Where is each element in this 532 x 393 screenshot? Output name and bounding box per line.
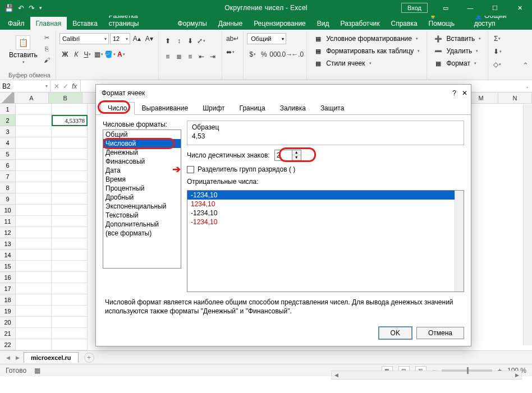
tab-formulas[interactable]: Формулы (172, 17, 213, 30)
row-header[interactable]: 12 (0, 227, 16, 238)
row-header[interactable]: 9 (0, 193, 16, 205)
cell[interactable] (52, 149, 88, 160)
decrease-font-icon[interactable]: A▾ (144, 33, 155, 44)
row-header[interactable]: 19 (0, 306, 16, 317)
row-header[interactable]: 4 (0, 137, 16, 149)
row-header[interactable]: 18 (0, 294, 16, 306)
dlg-tab-number[interactable]: Число (100, 102, 135, 115)
maximize-icon[interactable]: ☐ (483, 0, 507, 16)
cell[interactable] (16, 205, 52, 216)
row-header[interactable]: 13 (0, 238, 16, 249)
cell[interactable] (16, 104, 52, 115)
cell[interactable] (16, 283, 52, 294)
italic-button[interactable]: К (71, 49, 82, 60)
cell[interactable] (52, 294, 88, 306)
ok-button[interactable]: OK (379, 327, 412, 339)
align-center-icon[interactable]: ≣ (173, 51, 185, 62)
cell[interactable] (52, 193, 88, 205)
row-header[interactable]: 17 (0, 283, 16, 294)
macro-record-icon[interactable]: ▦ (34, 367, 40, 374)
align-left-icon[interactable]: ≡ (162, 51, 173, 62)
negative-item[interactable]: -1234,10 (187, 218, 464, 226)
dlg-tab-protect[interactable]: Защита (313, 102, 352, 115)
category-item[interactable]: Время (103, 175, 181, 184)
category-item[interactable]: Дополнительный (103, 220, 181, 229)
tab-review[interactable]: Рецензирование (248, 17, 311, 30)
decrease-indent-icon[interactable]: ⇤ (196, 51, 207, 62)
cell[interactable] (16, 193, 52, 205)
row-header[interactable]: 16 (0, 272, 16, 283)
tab-developer[interactable]: Разработчик (335, 17, 386, 30)
increase-font-icon[interactable]: A▴ (131, 33, 143, 44)
cell[interactable] (52, 249, 88, 261)
sheet-nav-prev-icon[interactable]: ◀ (4, 355, 12, 360)
cell[interactable]: 4,53378 (52, 115, 88, 126)
cell[interactable] (16, 317, 52, 328)
cell[interactable] (52, 339, 88, 350)
insert-cells-button[interactable]: ➕Вставить▾ (430, 33, 484, 44)
cell[interactable] (16, 182, 52, 193)
tab-file[interactable]: Файл (2, 17, 30, 30)
merge-icon[interactable]: ⬌▾ (226, 47, 235, 58)
tab-view[interactable]: Вид (311, 17, 335, 30)
select-all-triangle[interactable] (0, 93, 15, 103)
format-as-table-button[interactable]: ▦Форматировать как таблицу▾ (310, 45, 423, 57)
cell[interactable] (52, 238, 88, 249)
category-item[interactable]: Дата (103, 166, 181, 175)
tab-data[interactable]: Данные (213, 17, 248, 30)
category-item[interactable]: Денежный (103, 148, 181, 157)
dlg-tab-align[interactable]: Выравнивание (135, 102, 196, 115)
align-bottom-icon[interactable]: ⬇ (185, 35, 196, 47)
ribbon-options-icon[interactable]: ▭ (433, 0, 458, 16)
help-icon[interactable]: ? (452, 89, 456, 97)
decimals-spinner[interactable]: ▲▼ (274, 150, 301, 161)
cell[interactable] (52, 126, 88, 137)
cell[interactable] (16, 272, 52, 283)
percent-icon[interactable]: % (258, 49, 269, 60)
cell[interactable] (16, 126, 52, 137)
row-header[interactable]: 3 (0, 126, 16, 137)
negative-item[interactable]: -1234,10 (187, 191, 464, 200)
cancel-button[interactable]: Отмена (416, 327, 464, 339)
comma-icon[interactable]: 000 (269, 49, 281, 60)
cell[interactable] (52, 227, 88, 238)
zoom-slider[interactable] (442, 369, 492, 372)
horizontal-scrollbar[interactable]: ◀▶ (331, 371, 522, 380)
fill-color-icon[interactable]: 🪣▾ (104, 49, 116, 60)
cell[interactable] (16, 227, 52, 238)
row-header[interactable]: 11 (0, 216, 16, 227)
format-painter-icon[interactable]: 🖌 (42, 56, 52, 64)
wrap-text-icon[interactable]: ab↵ (226, 33, 240, 44)
cell[interactable] (16, 115, 52, 126)
row-header[interactable]: 20 (0, 317, 16, 328)
category-listbox[interactable]: ОбщийЧисловойДенежныйФинансовыйДатаВремя… (103, 130, 181, 269)
expand-formula-icon[interactable]: ⌄ (525, 84, 530, 89)
cell[interactable] (16, 171, 52, 182)
spin-up-icon[interactable]: ▲ (292, 150, 301, 155)
col-header[interactable]: N (498, 93, 532, 103)
cut-icon[interactable]: ✂ (42, 33, 52, 42)
cell[interactable] (52, 205, 88, 216)
paste-button[interactable]: 📋 Вставить ▾ (7, 33, 40, 64)
cell[interactable] (52, 283, 88, 294)
cell-styles-button[interactable]: ▦Стили ячеек▾ (310, 58, 374, 69)
currency-icon[interactable]: $▾ (247, 49, 258, 60)
decrease-decimal-icon[interactable]: ←.0 (292, 49, 303, 60)
collapse-ribbon-icon[interactable]: ⌃ (522, 61, 529, 70)
cell[interactable] (52, 272, 88, 283)
cell[interactable] (52, 182, 88, 193)
category-item[interactable]: Экспоненциальный (103, 202, 181, 211)
negative-item[interactable]: -1234,10 (187, 209, 464, 218)
row-header[interactable]: 22 (0, 339, 16, 350)
dialog-close-icon[interactable]: ✕ (462, 89, 467, 97)
category-item[interactable]: Общий (103, 130, 181, 139)
negative-listbox[interactable]: -1234,10 1234,10 -1234,10 -1234,10 (187, 190, 464, 292)
save-icon[interactable]: 💾 (4, 4, 13, 12)
dlg-tab-fill[interactable]: Заливка (273, 102, 313, 115)
category-item[interactable]: Дробный (103, 193, 181, 202)
row-header[interactable]: 15 (0, 261, 16, 272)
cell[interactable] (52, 317, 88, 328)
decimals-input[interactable] (275, 151, 292, 159)
negative-item[interactable]: 1234,10 (187, 200, 464, 209)
cell[interactable] (16, 261, 52, 272)
